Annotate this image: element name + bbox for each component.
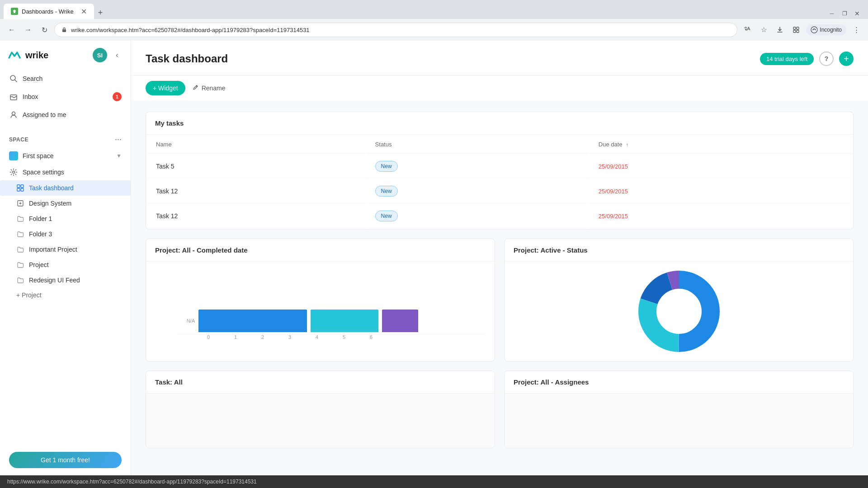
add-widget-toolbar-button[interactable]: + Widget xyxy=(146,81,185,95)
redesign-label: Redesign UI Feed xyxy=(29,277,80,284)
assignees-widget: Project: All - Assignees xyxy=(504,371,854,448)
table-row[interactable]: Task 12 New 25/09/2015 xyxy=(147,204,852,228)
completed-date-widget: Project: All - Completed date N/A xyxy=(146,239,495,361)
star-icon[interactable]: ☆ xyxy=(757,23,770,36)
chart-grid: N/A xyxy=(177,269,486,334)
translate-icon[interactable] xyxy=(741,23,754,36)
sidebar-item-search[interactable]: Search xyxy=(0,70,131,88)
sidebar-item-first-space[interactable]: First space ▼ xyxy=(0,148,131,164)
tasks-col-duedate[interactable]: Due date ↑ xyxy=(590,136,852,154)
space-chevron-icon: ▼ xyxy=(116,153,122,159)
completed-date-chart: N/A 0 1 xyxy=(146,262,495,347)
project-label: Project xyxy=(29,261,49,268)
project-icon xyxy=(16,261,24,269)
collapse-sidebar-button[interactable]: ‹ xyxy=(111,49,123,61)
close-tab-icon[interactable]: ✕ xyxy=(81,7,87,16)
restore-icon[interactable]: ❐ xyxy=(839,8,850,19)
svg-point-6 xyxy=(813,29,814,30)
task-due-cell: 25/09/2015 xyxy=(590,155,852,178)
favicon-icon xyxy=(11,8,18,15)
content-area: My tasks Name Status xyxy=(131,101,868,459)
sidebar-item-folder1[interactable]: Folder 1 xyxy=(0,211,131,226)
folder1-label: Folder 1 xyxy=(29,215,52,222)
sidebar-space-section: Space ··· xyxy=(0,127,131,148)
back-button[interactable]: ← xyxy=(5,23,18,36)
add-project-button[interactable]: + Project xyxy=(0,288,131,302)
add-project-label: + Project xyxy=(16,291,42,299)
reload-button[interactable]: ↻ xyxy=(38,23,51,36)
search-icon xyxy=(9,74,18,83)
svg-point-7 xyxy=(815,29,816,30)
task-due-cell: 25/09/2015 xyxy=(590,204,852,228)
tasks-col-name[interactable]: Name xyxy=(147,136,365,154)
browser-toolbar: ← → ↻ wrike.com/workspace.htm?acc=625078… xyxy=(0,19,868,41)
tasks-table-head: Name Status Due date xyxy=(147,136,852,154)
inbox-icon xyxy=(9,92,18,101)
sidebar-item-project[interactable]: Project xyxy=(0,257,131,272)
add-widget-button[interactable]: + xyxy=(839,52,854,66)
bar-purple xyxy=(382,310,418,332)
user-avatar[interactable]: SI xyxy=(93,48,107,62)
due-date-value: 25/09/2015 xyxy=(599,188,628,195)
new-tab-button[interactable]: + xyxy=(94,6,107,19)
sidebar-item-inbox[interactable]: Inbox 1 xyxy=(0,88,131,106)
page-title: Task dashboard xyxy=(146,52,228,74)
task-dashboard-label: Task dashboard xyxy=(29,184,74,192)
x-label-0: 0 xyxy=(195,334,222,340)
bar-blue xyxy=(198,310,307,332)
design-system-label: Design System xyxy=(29,200,71,207)
tasks-table: Name Status Due date xyxy=(146,135,853,229)
more-icon[interactable]: ⋮ xyxy=(850,23,863,36)
bar-chart-wrapper: N/A 0 1 xyxy=(155,269,486,340)
sidebar-item-task-dashboard[interactable]: Task dashboard xyxy=(0,180,131,196)
forward-button[interactable]: → xyxy=(22,23,34,36)
help-button[interactable]: ? xyxy=(819,52,834,66)
sort-ascending-icon: ↑ xyxy=(626,142,629,147)
due-date-value: 25/09/2015 xyxy=(599,213,628,220)
x-label-3: 3 xyxy=(276,334,303,340)
bar-chart-rows: N/A xyxy=(177,310,486,332)
close-window-icon[interactable]: ✕ xyxy=(852,8,863,19)
svg-rect-15 xyxy=(21,188,24,191)
x-axis-labels: 0 1 2 3 4 5 6 xyxy=(195,334,486,340)
sidebar-item-folder3[interactable]: Folder 3 xyxy=(0,226,131,242)
address-bar[interactable]: wrike.com/workspace.htm?acc=6250782#/das… xyxy=(54,23,737,37)
y-axis-label: N/A xyxy=(177,318,195,324)
task-name-cell: Task 5 xyxy=(147,155,365,178)
sidebar-nav: Search Inbox 1 Assigned to me xyxy=(0,66,131,127)
dashboard-toolbar: + Widget Rename xyxy=(131,75,868,101)
duedate-col-header: Due date ↑ xyxy=(599,141,843,148)
tasks-col-status[interactable]: Status xyxy=(366,136,589,154)
status-badge: New xyxy=(375,211,398,221)
sidebar-item-space-settings[interactable]: Space settings xyxy=(0,164,131,180)
sidebar-item-assigned[interactable]: Assigned to me xyxy=(0,106,131,124)
wrike-logo: wrike xyxy=(7,48,48,62)
toolbar-actions: ☆ Incognito ⋮ xyxy=(741,23,863,36)
svg-rect-2 xyxy=(797,27,799,29)
trial-badge: 14 trial days left xyxy=(760,53,814,65)
rename-button[interactable]: Rename xyxy=(193,84,226,92)
task-status-cell: New xyxy=(366,155,589,178)
svg-point-8 xyxy=(10,75,15,80)
space-more-button[interactable]: ··· xyxy=(115,135,122,144)
incognito-button[interactable]: Incognito xyxy=(806,24,846,35)
trial-button[interactable]: Get 1 month free! xyxy=(9,452,122,468)
sidebar-item-design-system[interactable]: Design System xyxy=(0,196,131,211)
status-badge: New xyxy=(375,161,398,172)
svg-point-5 xyxy=(811,27,817,33)
download-icon[interactable] xyxy=(774,23,786,36)
header-actions: 14 trial days left ? + xyxy=(760,52,854,75)
sidebar-item-redesign[interactable]: Redesign UI Feed xyxy=(0,272,131,288)
wrike-logo-icon xyxy=(7,48,22,62)
minimize-icon[interactable]: ─ xyxy=(826,8,837,19)
url-text: wrike.com/workspace.htm?acc=6250782#/das… xyxy=(71,27,310,33)
table-row[interactable]: Task 5 New 25/09/2015 xyxy=(147,155,852,178)
x-label-2: 2 xyxy=(249,334,276,340)
svg-rect-3 xyxy=(793,30,796,33)
sidebar-item-important-project[interactable]: Important Project xyxy=(0,242,131,257)
first-space-label: First space xyxy=(23,152,112,160)
active-tab[interactable]: Dashboards - Wrike ✕ xyxy=(4,4,94,19)
extensions-icon[interactable] xyxy=(790,23,802,36)
active-status-header: Project: Active - Status xyxy=(505,239,853,262)
table-row[interactable]: Task 12 New 25/09/2015 xyxy=(147,179,852,203)
